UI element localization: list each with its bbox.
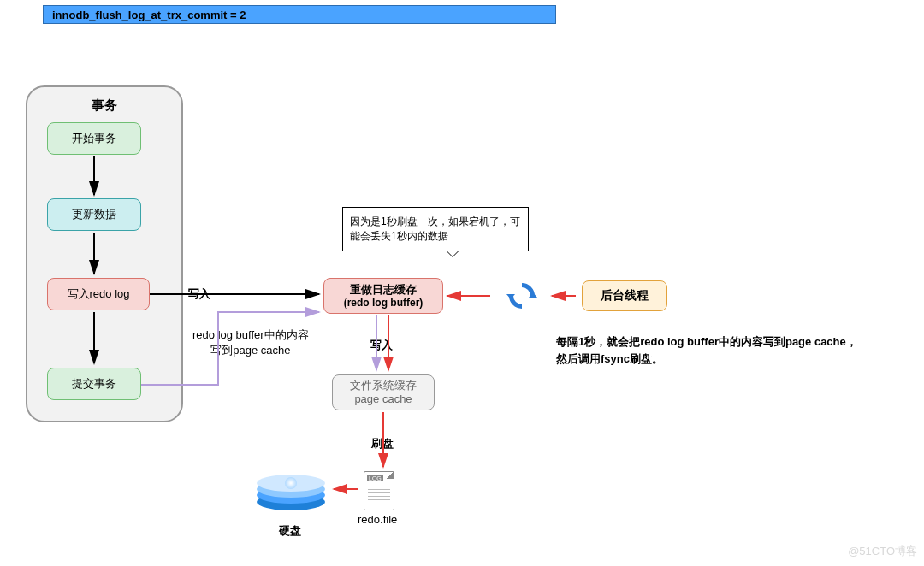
redo-buffer-line1: 重做日志缓存 (350, 283, 417, 297)
node-redo-buffer: 重做日志缓存 (redo log buffer) (323, 278, 443, 314)
bg-desc-l2: 然后调用fsync刷盘。 (556, 351, 857, 368)
node-page-cache: 文件系统缓存 page cache (332, 374, 435, 410)
page-cache-line1: 文件系统缓存 (350, 379, 417, 392)
label-btc-l1: redo log buffer中的内容 (192, 327, 309, 343)
page-cache-line2: page cache (354, 392, 412, 406)
label-flush: 刷盘 (371, 436, 394, 451)
bg-desc-l1: 每隔1秒，就会把redo log buffer中的内容写到page cache， (556, 333, 857, 351)
label-write2: 写入 (370, 338, 393, 353)
node-bg-thread: 后台线程 (582, 280, 667, 311)
label-bg-desc: 每隔1秒，就会把redo log buffer中的内容写到page cache，… (556, 333, 857, 367)
label-write1: 写入 (188, 286, 210, 302)
sync-icon (505, 279, 539, 313)
node-update: 更新数据 (47, 198, 141, 231)
config-banner: innodb_flush_log_at_trx_commit = 2 (43, 5, 556, 24)
svg-marker-0 (529, 292, 537, 298)
node-write-redo: 写入redo log (47, 278, 150, 310)
redo-buffer-line2: (redo log buffer) (344, 297, 424, 309)
label-btc-l2: 写到page cache (192, 343, 309, 358)
file-icon: LOG (364, 471, 394, 510)
tx-title: 事务 (27, 97, 181, 114)
svg-marker-1 (506, 294, 515, 299)
label-buffer-to-cache: redo log buffer中的内容 写到page cache (192, 327, 309, 358)
label-disk: 硬盘 (279, 523, 301, 539)
label-redo-file: redo.file (358, 513, 397, 526)
file-tag: LOG (367, 475, 383, 481)
callout-note: 因为是1秒刷盘一次，如果宕机了，可能会丢失1秒内的数据 (342, 207, 529, 251)
node-commit: 提交事务 (47, 368, 141, 400)
watermark: @51CTO博客 (848, 544, 917, 559)
node-start-tx: 开始事务 (47, 122, 141, 155)
